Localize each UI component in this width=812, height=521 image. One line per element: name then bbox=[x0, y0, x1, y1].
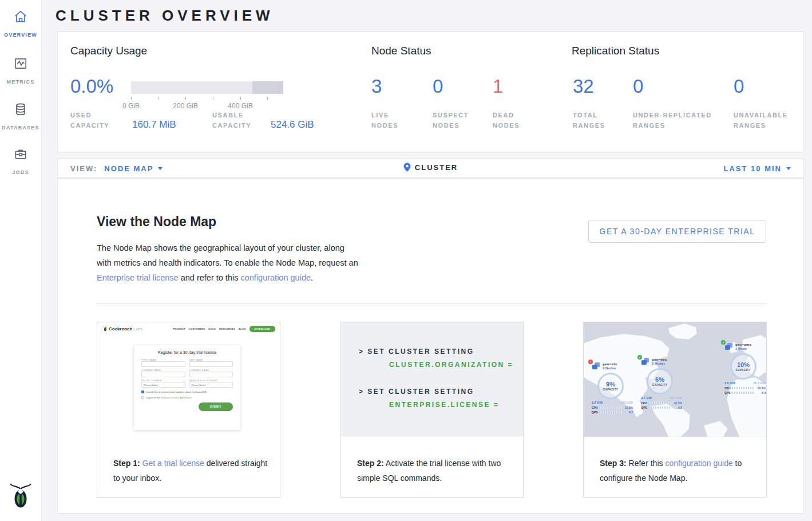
divider bbox=[97, 303, 767, 304]
view-selector-dropdown[interactable]: NODE MAP bbox=[104, 164, 163, 173]
node-status-live-icon: ✓ bbox=[637, 355, 642, 360]
capacity-total: 43.7 GiB bbox=[670, 396, 682, 400]
map-node-ams: ✓ geo=ams 1 Node 10% CAPACITY 3.6 GiB 36… bbox=[724, 343, 766, 394]
trial-registration-form: Register for a 30-day trial license FIRS… bbox=[134, 345, 240, 430]
total-ranges-count: 32 bbox=[573, 76, 594, 97]
cpu-bar bbox=[599, 406, 622, 409]
axis-tick bbox=[131, 97, 132, 100]
chevron-down-icon bbox=[158, 167, 163, 170]
checkbox-label: I would like to receive email updates ab… bbox=[146, 390, 207, 393]
cpu-value: 58.3% bbox=[756, 386, 766, 390]
capacity-total: 36.4 GiB bbox=[753, 381, 766, 385]
node-locality: geo=ams bbox=[735, 343, 751, 346]
node-status-live-icon: ✓ bbox=[721, 340, 726, 345]
live-nodes-label: LIVE NODES bbox=[371, 110, 411, 131]
home-icon bbox=[0, 9, 41, 26]
node-badge-icon: ✓ bbox=[641, 358, 650, 366]
axis-tick-label: 0 GiB bbox=[111, 102, 151, 110]
sidebar-item-metrics[interactable]: METRICS bbox=[0, 56, 41, 86]
text-input bbox=[189, 361, 233, 367]
configuration-guide-link[interactable]: configuration guide bbox=[240, 273, 311, 282]
node-badge-icon: ✓ bbox=[724, 343, 734, 351]
step-2-caption: Step 2: Activate the trial license with … bbox=[357, 456, 513, 486]
suspect-nodes-label: SUSPECT NODES bbox=[433, 110, 478, 131]
node-map-panel: View the Node Map The Node Map shows the… bbox=[57, 178, 804, 514]
capacity-used: 3.2 GiB bbox=[592, 401, 603, 404]
capacity-percent: 6% bbox=[655, 376, 664, 383]
description-text: . bbox=[311, 273, 313, 282]
code-line: > SET CLUSTER SETTING bbox=[359, 388, 523, 396]
view-label: VIEW: bbox=[70, 164, 97, 173]
qps-bar bbox=[648, 406, 671, 409]
description-text: The Node Map shows the geographical layo… bbox=[97, 243, 358, 267]
step-1-caption: Step 1: Get a trial license delivered st… bbox=[113, 456, 270, 486]
unavailable-ranges-label: UNAVAILABLE RANGES bbox=[734, 110, 797, 131]
capacity-total: 531 GiB bbox=[621, 401, 633, 404]
sidebar-item-jobs[interactable]: JOBS bbox=[0, 147, 41, 176]
qps-bar bbox=[599, 411, 622, 413]
qps-label: QPS bbox=[592, 411, 597, 414]
license-agreement-checkbox-row: I agree to the Software License Agreemen… bbox=[141, 396, 233, 399]
get-trial-license-link[interactable]: Get a trial license bbox=[142, 459, 204, 468]
time-range-dropdown[interactable]: LAST 10 MIN bbox=[724, 164, 791, 173]
axis-tick-label: 200 GiB bbox=[165, 102, 205, 110]
submit-button: SUBMIT bbox=[199, 402, 233, 411]
capacity-percent: 0.0% bbox=[70, 76, 113, 97]
select-input: Please Select bbox=[189, 382, 233, 388]
description-text: and refer to this bbox=[179, 273, 241, 282]
total-ranges-label: TOTAL RANGES bbox=[573, 110, 619, 131]
sidebar-item-overview[interactable]: OVERVIEW bbox=[0, 9, 41, 39]
database-icon bbox=[0, 102, 41, 119]
capacity-percent: 9% bbox=[606, 381, 615, 388]
enterprise-trial-license-link[interactable]: Enterprise trial license bbox=[97, 273, 179, 282]
code-line: CLUSTER.ORGANIZATION = bbox=[389, 361, 523, 369]
suspect-nodes-count: 0 bbox=[433, 76, 443, 97]
step-2-card: > SET CLUSTER SETTING CLUSTER.ORGANIZATI… bbox=[340, 322, 524, 498]
cockroach-labs-brand: Cockroach LABS bbox=[103, 326, 142, 332]
checkbox-checked-icon bbox=[141, 390, 144, 393]
step-label: Step 3: bbox=[600, 459, 627, 468]
text-input bbox=[189, 372, 233, 377]
cpu-label: CPU bbox=[592, 406, 597, 409]
configuration-guide-link[interactable]: configuration guide bbox=[665, 459, 732, 468]
nav-item: CUSTOMERS bbox=[189, 327, 205, 330]
location-pin-icon bbox=[403, 163, 411, 172]
view-bar: VIEW: NODE MAP CLUSTER LAST 10 MIN bbox=[57, 159, 804, 178]
form-title: Register for a 30-day trial license bbox=[141, 350, 233, 354]
cluster-breadcrumb[interactable]: CLUSTER bbox=[403, 163, 458, 172]
brand-suffix: LABS bbox=[133, 327, 142, 331]
map-node-sfo: ! geo=sfo 2 Nodes 9% CAPACITY 3.2 GiB 53… bbox=[592, 362, 640, 414]
license-agreement-link: Software License Agreement. bbox=[161, 396, 192, 399]
node-locality: geo=sfo bbox=[603, 362, 617, 366]
capacity-used: 3.6 GiB bbox=[724, 381, 735, 385]
node-map-description: The Node Map shows the geographical layo… bbox=[97, 240, 360, 285]
checkbox-unchecked-icon bbox=[141, 396, 144, 399]
cpu-label: CPU bbox=[641, 401, 647, 405]
node-status-dead-icon: ! bbox=[588, 360, 593, 364]
capacity-bar bbox=[131, 81, 283, 94]
used-capacity-label: USED CAPACITY bbox=[70, 110, 125, 131]
cockroach-bug-icon bbox=[103, 326, 108, 332]
node-status-title: Node Status bbox=[371, 45, 431, 57]
cluster-scope-label: CLUSTER bbox=[415, 163, 458, 172]
text-input bbox=[141, 372, 185, 377]
sidebar-item-label: DATABASES bbox=[2, 125, 39, 131]
site-nav: PRODUCT CUSTOMERS DOCS RESOURCES BLOG DO… bbox=[173, 326, 275, 332]
download-button: DOWNLOAD bbox=[249, 326, 275, 332]
cluster-summary-card: Capacity Usage 0.0% 0 GiB 200 GiB 400 Gi… bbox=[57, 31, 804, 152]
map-node-nyc: ✓ geo=nyc 2 Nodes 6% CAPACITY 3.7 GiB 43… bbox=[641, 358, 689, 409]
code-line: > SET CLUSTER SETTING bbox=[359, 348, 523, 356]
cpu-bar bbox=[732, 387, 755, 389]
capacity-label: CAPACITY bbox=[736, 369, 751, 372]
node-count: 2 Nodes bbox=[652, 362, 667, 365]
briefcase-icon bbox=[0, 147, 41, 164]
cpu-bar bbox=[648, 402, 671, 404]
under-replicated-ranges-count: 0 bbox=[633, 76, 643, 97]
live-nodes-count: 3 bbox=[371, 76, 382, 97]
dead-nodes-count: 1 bbox=[493, 76, 503, 97]
sidebar-item-databases[interactable]: DATABASES bbox=[0, 102, 41, 132]
under-replicated-ranges-label: UNDER-REPLICATED RANGES bbox=[633, 110, 724, 131]
chevron-down-icon bbox=[786, 167, 791, 170]
enterprise-trial-button[interactable]: GET A 30-DAY ENTERPRISE TRIAL bbox=[588, 220, 766, 243]
capacity-used: 3.7 GiB bbox=[641, 396, 652, 400]
